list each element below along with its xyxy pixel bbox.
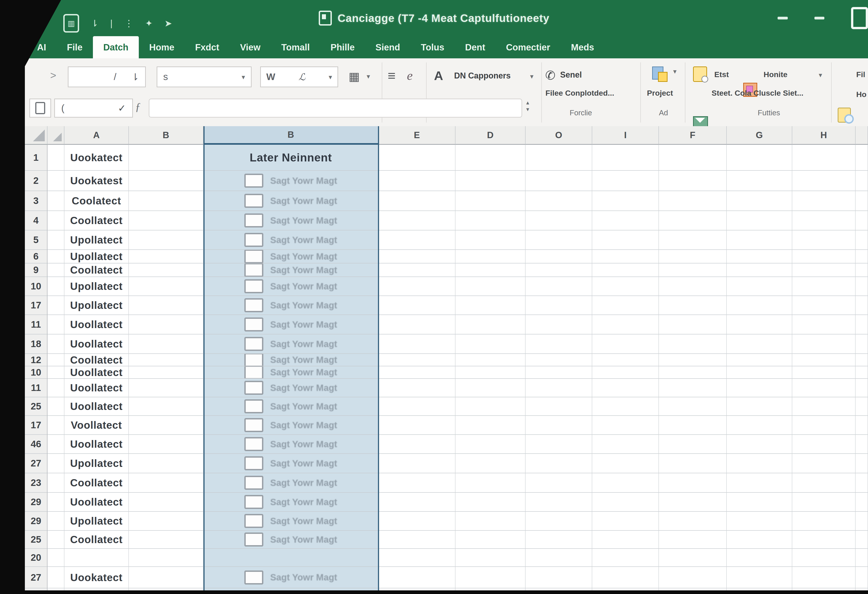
cell[interactable] [856, 531, 868, 549]
cell[interactable] [792, 296, 856, 315]
row-header-11[interactable]: 11 [25, 315, 47, 334]
cell[interactable] [727, 145, 792, 171]
tab-view[interactable]: View [230, 36, 271, 58]
cell[interactable] [526, 354, 592, 366]
cell[interactable] [856, 454, 868, 473]
cell[interactable] [455, 277, 526, 296]
column-header-A[interactable]: A [64, 126, 129, 145]
cell[interactable] [129, 211, 204, 231]
row-header-27[interactable]: 27 [25, 567, 47, 588]
cell[interactable] [379, 354, 455, 366]
cell[interactable] [455, 531, 526, 549]
cell[interactable]: Sagt Yowr Magt [204, 354, 379, 366]
cell[interactable]: Sagt Yowr Magt [204, 435, 379, 454]
tab-home[interactable]: Home [139, 36, 185, 58]
cell[interactable] [129, 454, 204, 473]
chevron-down-icon[interactable]: ▾ [819, 71, 822, 79]
cell[interactable] [455, 493, 526, 512]
cell[interactable] [129, 435, 204, 454]
checkbox[interactable] [244, 381, 263, 395]
tab-meds[interactable]: Meds [561, 36, 604, 58]
cell[interactable] [659, 366, 727, 379]
cell[interactable] [792, 231, 856, 250]
cell[interactable] [47, 277, 64, 296]
checkbox[interactable] [244, 279, 263, 293]
cell[interactable]: Sagt Yowr Magt [204, 473, 379, 493]
tab-comectier[interactable]: Comectier [496, 36, 561, 58]
cell[interactable] [129, 191, 204, 211]
cell[interactable] [659, 512, 727, 531]
select-all-corner[interactable] [25, 126, 47, 145]
cell[interactable] [856, 435, 868, 454]
cell[interactable] [792, 191, 856, 211]
column-header-G[interactable]: G [727, 126, 792, 145]
cell[interactable] [659, 250, 727, 263]
cell[interactable]: Coollatect [64, 531, 129, 549]
cell[interactable] [792, 454, 856, 473]
cell[interactable] [592, 512, 659, 531]
cell[interactable] [659, 354, 727, 366]
cell[interactable] [455, 416, 526, 435]
checkbox[interactable] [244, 570, 263, 585]
cell[interactable] [455, 397, 526, 416]
cell[interactable]: Sagt Yowr Magt [204, 567, 379, 588]
column-header-D[interactable]: D [455, 126, 526, 145]
cell[interactable] [379, 435, 455, 454]
cell[interactable] [856, 473, 868, 493]
cell[interactable] [455, 354, 526, 366]
cell[interactable] [727, 191, 792, 211]
row-header-9[interactable]: 9 [25, 263, 47, 277]
row-header-2[interactable]: 2 [25, 171, 47, 191]
cell[interactable] [856, 366, 868, 379]
tab-siend[interactable]: Siend [365, 36, 410, 58]
fx-icon[interactable]: ƒ [135, 100, 140, 113]
senel-button[interactable]: Senel [560, 70, 582, 80]
etst-icon[interactable] [693, 66, 707, 82]
cell[interactable] [455, 211, 526, 231]
cell[interactable] [856, 277, 868, 296]
cell[interactable] [129, 416, 204, 435]
cell[interactable] [455, 366, 526, 379]
style-box[interactable]: W ℒ ▾ [260, 66, 338, 87]
checkbox[interactable] [244, 456, 263, 470]
cell[interactable]: Uoollatect [64, 315, 129, 334]
cell[interactable] [47, 211, 64, 231]
cell[interactable] [592, 567, 659, 588]
tab-tolus[interactable]: Tolus [410, 36, 455, 58]
cell[interactable] [727, 379, 792, 397]
cell[interactable] [129, 296, 204, 315]
cell[interactable]: Coollatect [64, 263, 129, 277]
cell[interactable] [47, 231, 64, 250]
cell[interactable] [592, 454, 659, 473]
cell[interactable] [526, 493, 592, 512]
row-header-29[interactable]: 29 [25, 493, 47, 512]
cell[interactable] [659, 435, 727, 454]
cell[interactable] [592, 354, 659, 366]
cell[interactable] [727, 263, 792, 277]
cell[interactable] [526, 435, 592, 454]
project-icon[interactable] [652, 66, 667, 81]
cell[interactable] [792, 531, 856, 549]
cell[interactable] [455, 567, 526, 588]
column-header-H[interactable]: H [792, 126, 856, 145]
cell[interactable] [792, 493, 856, 512]
cell[interactable]: Sagt Yowr Magt [204, 315, 379, 334]
cell[interactable]: Sagt Yowr Magt [204, 334, 379, 354]
cell[interactable] [47, 250, 64, 263]
row-header-18[interactable]: 18 [25, 334, 47, 354]
chevron-down-icon[interactable]: ▾ [673, 67, 676, 75]
cell[interactable]: Uookatect [64, 145, 129, 171]
cell[interactable] [47, 397, 64, 416]
cell[interactable] [379, 334, 455, 354]
align-lines-icon[interactable]: ≡ [388, 68, 396, 83]
cell[interactable] [856, 315, 868, 334]
tab-phille[interactable]: Phille [320, 36, 365, 58]
cell[interactable] [792, 473, 856, 493]
checkbox[interactable] [244, 354, 263, 366]
cell[interactable]: Uoollatect [64, 379, 129, 397]
cell[interactable] [659, 567, 727, 588]
cell[interactable] [792, 315, 856, 334]
cell[interactable] [526, 277, 592, 296]
ho-button[interactable]: Ho [856, 90, 867, 99]
cell[interactable] [792, 416, 856, 435]
